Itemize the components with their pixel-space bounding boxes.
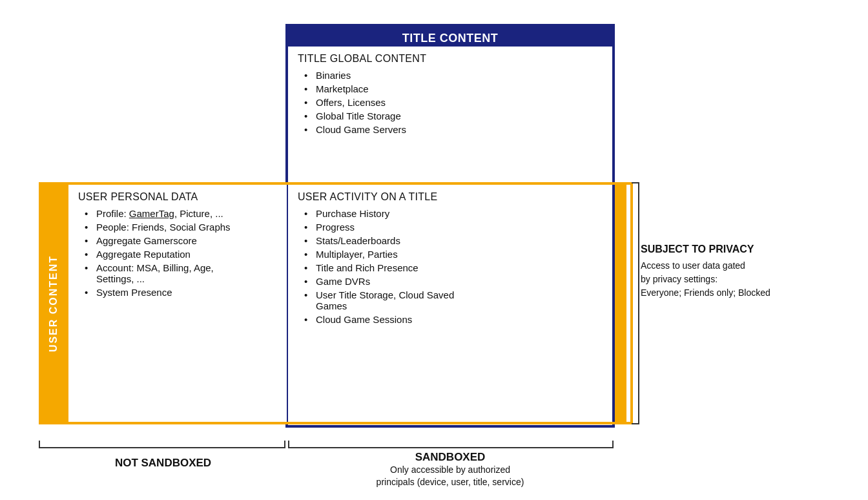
list-item: User Title Storage, Cloud SavedGames [304, 289, 603, 311]
list-item: Cloud Game Servers [304, 124, 603, 135]
sandboxed-label: SANDBOXED [285, 451, 615, 464]
user-activity-section: USER ACTIVITY ON A TITLE Purchase Histor… [288, 185, 612, 422]
list-item: Profile: GamerTag, Picture, ... [85, 208, 277, 219]
list-item: Account: MSA, Billing, Age,Settings, ... [85, 262, 277, 284]
list-item: People: Friends, Social Graphs [85, 222, 277, 233]
list-item: Progress [304, 222, 603, 233]
list-item: Purchase History [304, 208, 603, 219]
privacy-bracket-container [629, 182, 642, 424]
list-item: Marketplace [304, 83, 603, 94]
privacy-heading: SUBJECT TO PRIVACY [641, 244, 828, 255]
list-item: Binaries [304, 70, 603, 81]
user-content-label-text: USER CONTENT [48, 255, 59, 351]
user-content-label-bar: USER CONTENT [39, 182, 68, 424]
list-item: Aggregate Reputation [85, 249, 277, 260]
user-personal-section: USER PERSONAL DATA Profile: GamerTag, Pi… [68, 185, 287, 422]
not-sandboxed-label: NOT SANDBOXED [39, 457, 287, 470]
list-item: Cloud Game Sessions [304, 314, 603, 325]
sandboxed-sub-text: Only accessible by authorizedprincipals … [285, 464, 615, 489]
not-sandboxed-section: NOT SANDBOXED [39, 457, 287, 470]
user-personal-list: Profile: GamerTag, Picture, ... People: … [78, 208, 277, 298]
sandboxed-section: SANDBOXED Only accessible by authorizedp… [285, 451, 615, 489]
gamertag-underline: GamerTag [129, 208, 174, 219]
list-item: Aggregate Gamerscore [85, 235, 277, 246]
list-item: Offers, Licenses [304, 97, 603, 108]
bracket-line [288, 441, 614, 448]
right-gold-bar [615, 182, 626, 424]
user-personal-heading: USER PERSONAL DATA [78, 191, 277, 203]
privacy-section: SUBJECT TO PRIVACY Access to user data g… [641, 244, 828, 300]
list-item: Title and Rich Presence [304, 262, 603, 273]
list-item: Multiplayer, Parties [304, 249, 603, 260]
list-item: Global Title Storage [304, 110, 603, 121]
privacy-bracket-line [632, 182, 639, 424]
user-activity-heading: USER ACTIVITY ON A TITLE [298, 191, 603, 203]
title-global-section: TITLE GLOBAL CONTENT Binaries Marketplac… [288, 47, 612, 182]
user-activity-list: Purchase History Progress Stats/Leaderbo… [298, 208, 603, 325]
not-sandboxed-bracket [39, 441, 285, 453]
title-global-list: Binaries Marketplace Offers, Licenses Gl… [298, 70, 603, 135]
title-global-heading: TITLE GLOBAL CONTENT [298, 53, 603, 65]
privacy-text: Access to user data gatedby privacy sett… [641, 259, 828, 300]
list-item: System Presence [85, 287, 277, 298]
bracket-line [39, 441, 285, 448]
list-item: Stats/Leaderboards [304, 235, 603, 246]
list-item: Game DVRs [304, 276, 603, 287]
